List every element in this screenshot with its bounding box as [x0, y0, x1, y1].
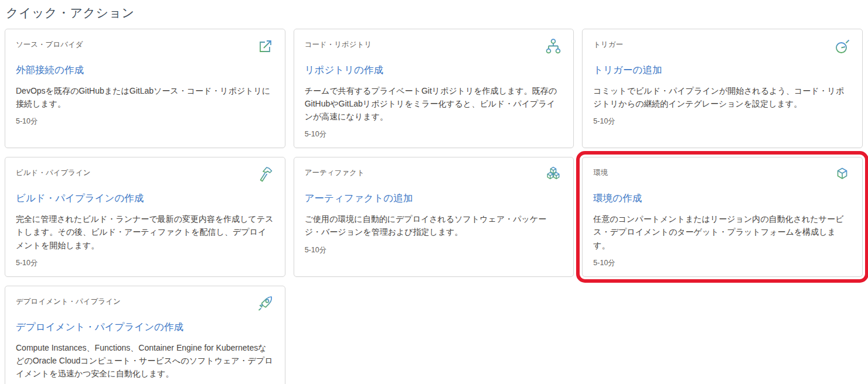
- empty-cell: [294, 286, 574, 384]
- card-artifact: アーティファクト アーティファクトの追加 ご使用の環境に自: [294, 157, 574, 276]
- external-link-icon: [256, 37, 274, 56]
- card-trigger: トリガー トリガーの追加 コミットでビルド・パイプラインが開始されるよう、コード…: [582, 29, 863, 148]
- card-source-provider: ソース・プロバイダ 外部接続の作成 DevOpsを既存のGitHubまたはGit…: [5, 29, 285, 148]
- create-environment-link[interactable]: 環境の作成: [593, 192, 642, 205]
- empty-cell: [582, 286, 863, 384]
- card-category-label: ビルド・パイプライン: [16, 166, 91, 178]
- quick-actions-panel: クイック・アクション ソース・プロバイダ 外部接続の作成 DevOpsを既存のG…: [0, 0, 868, 384]
- card-category-label: 環境: [593, 166, 608, 178]
- create-deployment-pipeline-link[interactable]: デプロイメント・パイプラインの作成: [16, 321, 183, 334]
- branch-fork-icon: [544, 37, 563, 56]
- quick-actions-grid: ソース・プロバイダ 外部接続の作成 DevOpsを既存のGitHubまたはGit…: [5, 29, 863, 384]
- card-build-pipeline: ビルド・パイプライン ビルド・パイプラインの作成 完全に管理されたビルド・ランナ…: [5, 157, 285, 276]
- create-external-connection-link[interactable]: 外部接続の作成: [16, 64, 84, 77]
- add-trigger-link[interactable]: トリガーの追加: [593, 64, 662, 77]
- card-category-label: デプロイメント・パイプライン: [16, 295, 121, 307]
- card-environment: 環境 環境の作成 任意のコンパートメントまたはリージョン内の自動化されたサービス…: [582, 157, 863, 276]
- card-description: コミットでビルド・パイプラインが開始されるよう、コード・リポジトリからの継続的イ…: [593, 84, 852, 110]
- card-description: チームで共有するプライベートGitリポジトリを作成します。既存のGitHubやG…: [305, 84, 563, 123]
- card-duration: 5-10分: [305, 129, 563, 139]
- card-code-repository: コード・リポジトリ リポジトリの作成 チームで共有するプライベートGitリポジト…: [294, 29, 574, 148]
- card-description: ご使用の環境に自動的にデプロイされるソフトウェア・パッケージ・バージョンを管理お…: [305, 212, 563, 238]
- add-artifact-link[interactable]: アーティファクトの追加: [305, 192, 413, 205]
- card-duration: 5-10分: [305, 245, 563, 255]
- card-category-label: ソース・プロバイダ: [16, 38, 83, 50]
- card-description: 完全に管理されたビルド・ランナーで最新の変更内容を作成してテストします。その後、…: [16, 212, 274, 251]
- card-description: 任意のコンパートメントまたはリージョン内の自動化されたサービス・デプロイメントの…: [593, 212, 852, 251]
- create-repository-link[interactable]: リポジトリの作成: [305, 64, 383, 77]
- timer-icon: [833, 37, 852, 56]
- card-duration: 5-10分: [16, 116, 274, 126]
- page-title: クイック・アクション: [6, 5, 863, 21]
- stacked-cubes-icon: [544, 165, 563, 184]
- rocket-icon: [256, 294, 274, 313]
- create-build-pipeline-link[interactable]: ビルド・パイプラインの作成: [16, 192, 144, 205]
- card-description: Compute Instances、Functions、Container En…: [16, 341, 274, 380]
- card-duration: 5-10分: [593, 258, 852, 268]
- card-duration: 5-10分: [593, 116, 852, 126]
- card-deployment-pipeline: デプロイメント・パイプライン デプロイメント・パイプラインの作成 Compute…: [5, 286, 285, 384]
- card-description: DevOpsを既存のGitHubまたはGitLabソース・コード・リポジトリに接…: [16, 84, 274, 110]
- card-category-label: トリガー: [593, 38, 623, 50]
- cube-icon: [833, 165, 852, 184]
- hammer-icon: [256, 165, 274, 184]
- card-category-label: コード・リポジトリ: [305, 38, 372, 50]
- card-category-label: アーティファクト: [305, 166, 365, 178]
- card-duration: 5-10分: [16, 258, 274, 268]
